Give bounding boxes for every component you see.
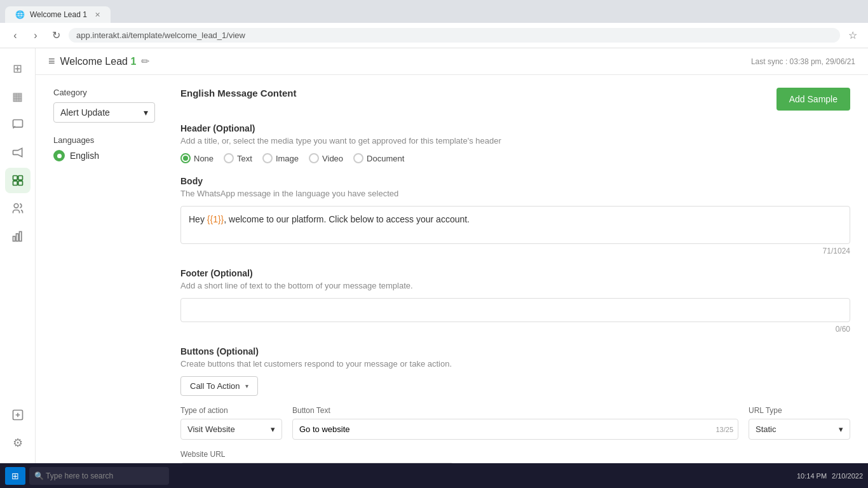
text-label: Text	[237, 154, 252, 163]
sidebar-icon-analytics[interactable]	[5, 224, 31, 249]
page-title: Welcome Lead 1	[60, 56, 137, 67]
svg-rect-6	[13, 236, 15, 241]
back-button[interactable]: ‹	[8, 28, 23, 43]
image-radio[interactable]	[262, 153, 273, 163]
header-video-option[interactable]: Video	[309, 153, 343, 163]
hamburger-menu[interactable]: ≡	[48, 55, 55, 68]
url-type-arrow: ▾	[839, 424, 843, 434]
category-dropdown[interactable]: Alert Update ▾	[53, 102, 155, 123]
body-text-after: , welcome to our platform. Click below t…	[224, 214, 470, 224]
sidebar-icon-chat[interactable]	[5, 112, 31, 137]
header-image-option[interactable]: Image	[262, 153, 299, 163]
url-bar[interactable]: app.interakt.ai/template/welcome_lead_1/…	[69, 28, 840, 43]
button-text-count: 13/25	[715, 426, 733, 433]
bookmark-button[interactable]: ☆	[845, 28, 860, 43]
taskbar-time: 10:14 PM	[797, 472, 827, 480]
languages-label: Languages	[53, 135, 168, 145]
url-type-value: Static	[756, 424, 776, 434]
image-label: Image	[276, 154, 299, 163]
call-to-action-dropdown[interactable]: Call To Action ▾	[180, 376, 258, 396]
sidebar-icon-contacts[interactable]	[5, 196, 31, 221]
sidebar-icon-settings[interactable]: ⚙	[5, 430, 31, 456]
content-section-title: English Message Content	[180, 88, 297, 98]
svg-rect-2	[18, 176, 22, 180]
page-title-number: 1	[130, 56, 136, 67]
dropdown-caret: ▾	[245, 383, 248, 390]
website-url-input[interactable]	[180, 463, 454, 463]
svg-point-5	[14, 204, 18, 208]
header-document-option[interactable]: Document	[353, 153, 404, 163]
buttons-section-title: Buttons (Optional)	[180, 346, 850, 356]
url-type-field: URL Type Static ▾	[749, 406, 850, 440]
video-radio[interactable]	[309, 153, 319, 163]
svg-rect-7	[16, 234, 18, 241]
type-of-action-value: Visit Website	[187, 424, 235, 434]
svg-rect-8	[19, 232, 21, 241]
english-radio[interactable]	[53, 150, 65, 161]
start-button[interactable]: ⊞	[5, 467, 25, 485]
sync-info: Last sync : 03:38 pm, 29/06/21	[751, 57, 855, 66]
footer-input[interactable]	[180, 298, 850, 322]
header-section-hint: Add a title, or, select the media type y…	[180, 136, 850, 146]
header-none-option[interactable]: None	[180, 153, 214, 163]
languages-section: Languages English	[53, 135, 168, 161]
header-text-option[interactable]: Text	[224, 153, 252, 163]
body-section-hint: The WhatsApp message in the language you…	[180, 189, 850, 198]
category-dropdown-arrow: ▾	[144, 107, 148, 118]
none-label: None	[194, 154, 214, 163]
edit-title-icon[interactable]: ✏	[141, 55, 149, 67]
right-panel: English Message Content Add Sample Heade…	[180, 88, 850, 463]
document-label: Document	[367, 154, 404, 163]
button-text-input[interactable]	[292, 419, 738, 440]
taskbar: ⊞ 🔍 Type here to search 10:14 PM 2/10/20…	[0, 463, 868, 488]
button-text-wrapper: 13/25	[292, 419, 738, 440]
svg-rect-4	[18, 181, 22, 186]
type-of-action-label: Type of action	[180, 406, 282, 415]
type-of-action-dropdown[interactable]: Visit Website ▾	[180, 419, 282, 440]
body-section: Body The WhatsApp message in the languag…	[180, 176, 850, 255]
svg-rect-1	[13, 176, 17, 180]
browser-tab[interactable]: 🌐 Welcome Lead 1 ✕	[5, 6, 111, 23]
url-type-label: URL Type	[749, 406, 850, 415]
left-panel: Category Alert Update ▾ Languages Englis…	[53, 88, 168, 161]
nav-bar: ‹ › ↻ app.interakt.ai/template/welcome_l…	[0, 23, 868, 48]
type-of-action-arrow: ▾	[271, 424, 275, 434]
url-type-dropdown[interactable]: Static ▾	[749, 419, 850, 440]
website-url-label: Website URL	[180, 450, 850, 459]
button-text-field: Button Text 13/25	[292, 406, 738, 440]
button-text-label: Button Text	[292, 406, 738, 415]
body-variable: {{1}}	[207, 214, 224, 224]
body-text-before: Hey	[189, 214, 207, 224]
page-header: ≡ Welcome Lead 1 ✏ Last sync : 03:38 pm,…	[36, 48, 868, 75]
category-label: Category	[53, 88, 168, 97]
sidebar-icon-grid[interactable]: ▦	[5, 84, 31, 109]
sidebar-icon-megaphone[interactable]	[5, 140, 31, 165]
footer-section: Footer (Optional) Add a short line of te…	[180, 268, 850, 334]
sidebar-icon-home[interactable]: ⊞	[5, 56, 31, 81]
reload-button[interactable]: ↻	[48, 28, 64, 43]
footer-char-count: 0/60	[180, 325, 850, 334]
category-value: Alert Update	[60, 107, 110, 118]
forward-button[interactable]: ›	[28, 28, 43, 43]
main-content: ≡ Welcome Lead 1 ✏ Last sync : 03:38 pm,…	[36, 48, 868, 463]
buttons-section: Buttons (Optional) Create buttons that l…	[180, 346, 850, 463]
header-section-title: Header (Optional)	[180, 123, 850, 133]
body-section-title: Body	[180, 176, 850, 186]
document-radio[interactable]	[353, 153, 363, 163]
search-bar[interactable]: 🔍 Type here to search	[29, 467, 169, 485]
header-section: Header (Optional) Add a title, or, selec…	[180, 123, 850, 163]
add-sample-button[interactable]: Add Sample	[776, 88, 850, 111]
website-url-section: Website URL	[180, 450, 850, 463]
body-text-area[interactable]: Hey {{1}}, welcome to our platform. Clic…	[180, 206, 850, 244]
language-english-option[interactable]: English	[53, 150, 168, 161]
sidebar-icon-add[interactable]	[5, 402, 31, 428]
english-label: English	[70, 151, 99, 161]
footer-section-title: Footer (Optional)	[180, 268, 850, 278]
none-radio[interactable]	[180, 153, 191, 163]
call-to-action-label: Call To Action	[190, 381, 240, 391]
taskbar-date: 2/10/2022	[832, 472, 863, 480]
sidebar-icon-templates[interactable]	[5, 168, 31, 193]
tab-title: Welcome Lead 1	[30, 10, 87, 19]
sidebar: ⊞ ▦ ⚙	[0, 48, 36, 463]
text-radio[interactable]	[224, 153, 234, 163]
